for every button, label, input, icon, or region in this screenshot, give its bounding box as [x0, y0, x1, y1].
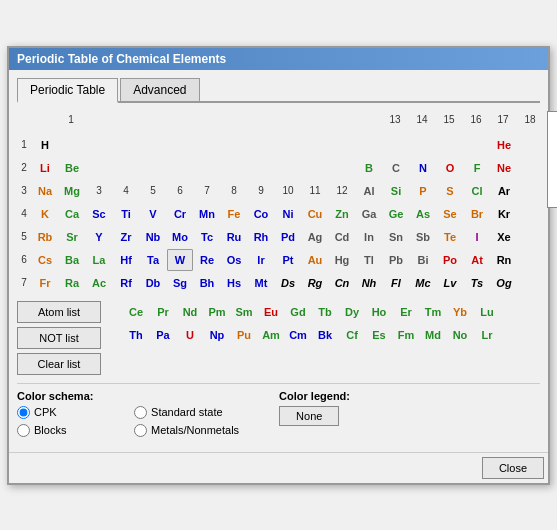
element-Fl[interactable]: Fl	[383, 272, 409, 294]
atom-list-button[interactable]: Atom list	[17, 301, 101, 323]
element-Sn[interactable]: Sn	[383, 226, 409, 248]
element-Cu[interactable]: Cu	[302, 203, 328, 225]
element-Ta[interactable]: Ta	[140, 249, 166, 271]
element-Md[interactable]: Md	[420, 324, 446, 346]
element-Ti[interactable]: Ti	[113, 203, 139, 225]
element-Bk[interactable]: Bk	[312, 324, 338, 346]
element-Pa[interactable]: Pa	[150, 324, 176, 346]
element-Ru[interactable]: Ru	[221, 226, 247, 248]
element-Ra[interactable]: Ra	[59, 272, 85, 294]
element-Mc[interactable]: Mc	[410, 272, 436, 294]
element-Hs[interactable]: Hs	[221, 272, 247, 294]
element-Pu[interactable]: Pu	[231, 324, 257, 346]
element-N[interactable]: N	[410, 157, 436, 179]
legend-button[interactable]: None	[279, 406, 339, 426]
element-Ba[interactable]: Ba	[59, 249, 85, 271]
element-Ho[interactable]: Ho	[366, 301, 392, 323]
element-Cn[interactable]: Cn	[329, 272, 355, 294]
element-Rg[interactable]: Rg	[302, 272, 328, 294]
element-Sr[interactable]: Sr	[59, 226, 85, 248]
radio-standard[interactable]: Standard state	[134, 406, 239, 419]
element-Bi[interactable]: Bi	[410, 249, 436, 271]
element-Nh[interactable]: Nh	[356, 272, 382, 294]
element-Nb[interactable]: Nb	[140, 226, 166, 248]
element-Pt[interactable]: Pt	[275, 249, 301, 271]
element-Os[interactable]: Os	[221, 249, 247, 271]
element-Rn[interactable]: Rn	[491, 249, 517, 271]
element-Cf[interactable]: Cf	[339, 324, 365, 346]
element-Cm[interactable]: Cm	[285, 324, 311, 346]
element-Mg[interactable]: Mg	[59, 180, 85, 202]
not-list-button[interactable]: NOT list	[17, 327, 101, 349]
element-Mt[interactable]: Mt	[248, 272, 274, 294]
element-Ag[interactable]: Ag	[302, 226, 328, 248]
element-Xe[interactable]: Xe	[491, 226, 517, 248]
element-Mo[interactable]: Mo	[167, 226, 193, 248]
element-Sb[interactable]: Sb	[410, 226, 436, 248]
element-Gd[interactable]: Gd	[285, 301, 311, 323]
element-Se[interactable]: Se	[437, 203, 463, 225]
element-Hg[interactable]: Hg	[329, 249, 355, 271]
element-As[interactable]: As	[410, 203, 436, 225]
element-Tc[interactable]: Tc	[194, 226, 220, 248]
element-Na[interactable]: Na	[32, 180, 58, 202]
element-O[interactable]: O	[437, 157, 463, 179]
element-H[interactable]: H	[32, 134, 58, 156]
element-Tm[interactable]: Tm	[420, 301, 446, 323]
element-Be[interactable]: Be	[59, 157, 85, 179]
element-Cl[interactable]: Cl	[464, 180, 490, 202]
element-Pd[interactable]: Pd	[275, 226, 301, 248]
element-Tl[interactable]: Tl	[356, 249, 382, 271]
element-Fr[interactable]: Fr	[32, 272, 58, 294]
element-B[interactable]: B	[356, 157, 382, 179]
element-Ir[interactable]: Ir	[248, 249, 274, 271]
element-Re[interactable]: Re	[194, 249, 220, 271]
element-Ds[interactable]: Ds	[275, 272, 301, 294]
element-Eu[interactable]: Eu	[258, 301, 284, 323]
radio-cpk[interactable]: CPK	[17, 406, 122, 419]
element-Db[interactable]: Db	[140, 272, 166, 294]
element-K[interactable]: K	[32, 203, 58, 225]
element-Tb[interactable]: Tb	[312, 301, 338, 323]
element-W[interactable]: W	[167, 249, 193, 271]
element-Si[interactable]: Si	[383, 180, 409, 202]
element-Yb[interactable]: Yb	[447, 301, 473, 323]
element-Lr[interactable]: Lr	[474, 324, 500, 346]
element-Ge[interactable]: Ge	[383, 203, 409, 225]
clear-list-button[interactable]: Clear list	[17, 353, 101, 375]
element-Sm[interactable]: Sm	[231, 301, 257, 323]
element-Rf[interactable]: Rf	[113, 272, 139, 294]
element-Nd[interactable]: Nd	[177, 301, 203, 323]
element-Pb[interactable]: Pb	[383, 249, 409, 271]
element-Ca[interactable]: Ca	[59, 203, 85, 225]
element-V[interactable]: V	[140, 203, 166, 225]
element-Al[interactable]: Al	[356, 180, 382, 202]
element-Sg[interactable]: Sg	[167, 272, 193, 294]
element-Te[interactable]: Te	[437, 226, 463, 248]
radio-blocks[interactable]: Blocks	[17, 424, 122, 437]
element-Fm[interactable]: Fm	[393, 324, 419, 346]
element-Rb[interactable]: Rb	[32, 226, 58, 248]
element-Er[interactable]: Er	[393, 301, 419, 323]
element-Lv[interactable]: Lv	[437, 272, 463, 294]
element-Ar[interactable]: Ar	[491, 180, 517, 202]
element-At[interactable]: At	[464, 249, 490, 271]
element-P[interactable]: P	[410, 180, 436, 202]
element-Cs[interactable]: Cs	[32, 249, 58, 271]
element-U[interactable]: U	[177, 324, 203, 346]
element-Hf[interactable]: Hf	[113, 249, 139, 271]
element-In[interactable]: In	[356, 226, 382, 248]
element-Kr[interactable]: Kr	[491, 203, 517, 225]
element-Sc[interactable]: Sc	[86, 203, 112, 225]
element-Fe[interactable]: Fe	[221, 203, 247, 225]
element-Rh[interactable]: Rh	[248, 226, 274, 248]
element-Np[interactable]: Np	[204, 324, 230, 346]
element-C[interactable]: C	[383, 157, 409, 179]
radio-metals[interactable]: Metals/Nonmetals	[134, 424, 239, 437]
element-Dy[interactable]: Dy	[339, 301, 365, 323]
element-Zn[interactable]: Zn	[329, 203, 355, 225]
element-No[interactable]: No	[447, 324, 473, 346]
close-button[interactable]: Close	[482, 457, 544, 479]
element-Og[interactable]: Og	[491, 272, 517, 294]
element-Au[interactable]: Au	[302, 249, 328, 271]
